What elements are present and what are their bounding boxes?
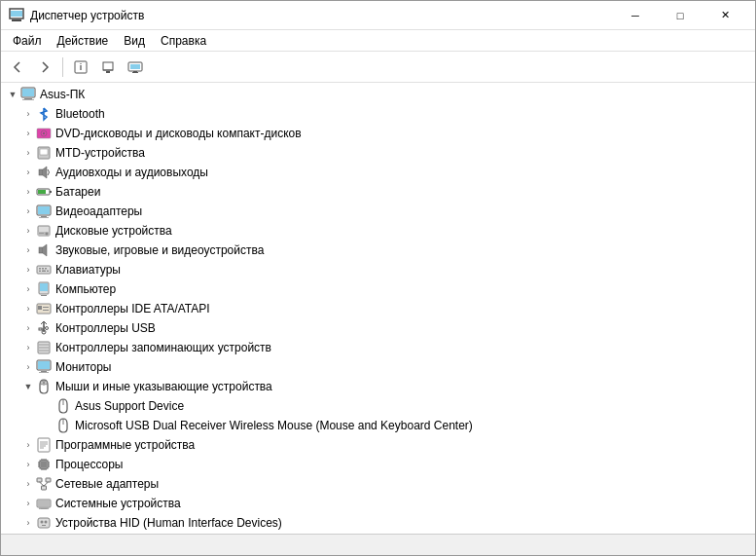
forward-button[interactable]	[32, 56, 57, 79]
network-expand-icon[interactable]: ›	[20, 476, 36, 492]
monitor-icon	[36, 359, 52, 375]
disk-icon	[36, 223, 52, 239]
svg-rect-36	[42, 268, 44, 270]
back-button[interactable]	[5, 56, 30, 79]
ide-expand-icon[interactable]: ›	[20, 301, 36, 316]
scan-button[interactable]	[123, 56, 148, 79]
tree-ms-mouse[interactable]: › Microsoft USB Dual Receiver Wireless M…	[1, 416, 755, 435]
tree-mtd[interactable]: › MTD-устройства	[1, 143, 755, 163]
tree-network[interactable]: › Сетевые адаптеры	[1, 474, 755, 494]
title-bar: Диспетчер устройств ─ □ ✕	[1, 1, 755, 30]
properties-button[interactable]: i	[68, 56, 93, 79]
mice-icon	[36, 379, 52, 394]
mtd-expand-icon[interactable]: ›	[20, 145, 36, 161]
tree-ide[interactable]: › Контроллеры IDE ATA/ATAPI	[1, 299, 755, 318]
battery-label: Батареи	[55, 185, 100, 199]
battery-expand-icon[interactable]: ›	[20, 184, 36, 200]
tree-computer[interactable]: › Компьютер	[1, 279, 755, 299]
sound-expand-icon[interactable]: ›	[20, 242, 36, 258]
monitors-expand-icon[interactable]: ›	[20, 359, 36, 375]
software-expand-icon[interactable]: ›	[20, 437, 36, 453]
svg-rect-11	[133, 71, 137, 72]
svg-rect-2	[11, 11, 22, 17]
mtd-icon	[36, 145, 52, 161]
dvd-expand-icon[interactable]: ›	[20, 126, 36, 141]
audio-expand-icon[interactable]: ›	[20, 165, 36, 180]
bluetooth-icon	[36, 106, 52, 122]
svg-rect-47	[43, 310, 49, 311]
update-driver-button[interactable]	[95, 56, 121, 79]
tree-usb[interactable]: › Контроллеры USB	[1, 318, 755, 338]
tree-software[interactable]: › Программные устройства	[1, 435, 755, 455]
minimize-button[interactable]: ─	[613, 1, 658, 30]
ms-mouse-label: Microsoft USB Dual Receiver Wireless Mou…	[75, 419, 473, 432]
storage-icon	[36, 340, 52, 355]
tree-cpu[interactable]: › Процес	[1, 455, 755, 474]
keyboard-icon	[36, 262, 52, 278]
tree-sound[interactable]: › Звуковые, игровые и видеоустройства	[1, 241, 755, 260]
hid-expand-icon[interactable]: ›	[20, 515, 36, 531]
bluetooth-expand-icon[interactable]: ›	[20, 106, 36, 122]
svg-rect-5	[103, 62, 113, 70]
ide-label: Контроллеры IDE ATA/ATAPI	[55, 302, 210, 315]
svg-rect-45	[38, 306, 42, 310]
tree-dvd[interactable]: › DVD-дисководы и дисководы компакт-диск…	[1, 124, 755, 143]
svg-rect-40	[47, 271, 49, 273]
monitors-label: Мониторы	[55, 360, 111, 374]
svg-line-89	[44, 482, 49, 486]
tree-root[interactable]: ▼ Asus-ПК	[1, 85, 755, 104]
cpu-expand-icon[interactable]: ›	[20, 457, 36, 472]
device-tree[interactable]: ▼ Asus-ПК › Bluetooth ›	[1, 83, 755, 534]
sound-icon	[36, 242, 52, 258]
tree-storage[interactable]: › Контроллеры запоминающих устройств	[1, 338, 755, 357]
tree-battery[interactable]: › Батареи	[1, 182, 755, 202]
system-label: Системные устройства	[55, 497, 181, 510]
computer-icon	[36, 281, 52, 297]
tree-asus-support[interactable]: › Asus Support Device	[1, 396, 755, 416]
svg-rect-46	[43, 307, 49, 308]
svg-rect-24	[38, 190, 46, 194]
menu-file[interactable]: Файл	[5, 32, 50, 50]
computer-expand-icon[interactable]: ›	[20, 281, 36, 297]
svg-rect-23	[50, 191, 52, 193]
maximize-button[interactable]: □	[658, 1, 702, 30]
title-buttons: ─ □ ✕	[613, 1, 747, 30]
device-manager-window: Диспетчер устройств ─ □ ✕ Файл Действие …	[0, 0, 756, 556]
system-expand-icon[interactable]: ›	[20, 496, 36, 511]
svg-rect-33	[39, 247, 43, 253]
asus-support-label: Asus Support Device	[75, 399, 184, 413]
tree-disk[interactable]: › Дисковые устройства	[1, 221, 755, 241]
disk-expand-icon[interactable]: ›	[20, 223, 36, 239]
svg-rect-32	[39, 233, 44, 234]
svg-rect-55	[39, 347, 49, 349]
tree-system[interactable]: › Системные устройства	[1, 494, 755, 513]
battery-icon	[36, 184, 52, 200]
tree-monitors[interactable]: › Мониторы	[1, 357, 755, 377]
menu-action[interactable]: Действие	[50, 32, 117, 50]
storage-label: Контроллеры запоминающих устройств	[55, 341, 271, 354]
video-label: Видеоадаптеры	[55, 204, 142, 218]
root-expand-icon[interactable]: ▼	[5, 87, 20, 102]
tree-video[interactable]: › Видеоадаптеры	[1, 202, 755, 221]
video-icon	[36, 204, 52, 219]
usb-expand-icon[interactable]: ›	[20, 320, 36, 336]
video-expand-icon[interactable]: ›	[20, 204, 36, 219]
menu-view[interactable]: Вид	[116, 32, 153, 50]
asus-support-icon	[55, 398, 71, 414]
tree-hid[interactable]: › Устройства HID (Human Interface Device…	[1, 513, 755, 533]
close-button[interactable]: ✕	[702, 1, 747, 30]
svg-rect-85	[37, 478, 42, 482]
tree-keyboard[interactable]: › Клавиатуры	[1, 260, 755, 279]
svg-point-95	[41, 521, 44, 524]
keyboard-expand-icon[interactable]: ›	[20, 262, 36, 278]
cpu-icon	[36, 457, 52, 472]
tree-audio[interactable]: › Аудиовходы и аудиовыходы	[1, 163, 755, 182]
window-icon	[9, 8, 24, 23]
mice-expand-icon[interactable]: ▼	[20, 379, 36, 394]
menu-help[interactable]: Справка	[153, 32, 214, 50]
svg-point-31	[46, 233, 49, 236]
tree-mice[interactable]: ▼ Мыши и иные указывающие устройства	[1, 377, 755, 396]
tree-bluetooth[interactable]: › Bluetooth	[1, 104, 755, 124]
svg-rect-43	[41, 295, 47, 296]
storage-expand-icon[interactable]: ›	[20, 340, 36, 355]
